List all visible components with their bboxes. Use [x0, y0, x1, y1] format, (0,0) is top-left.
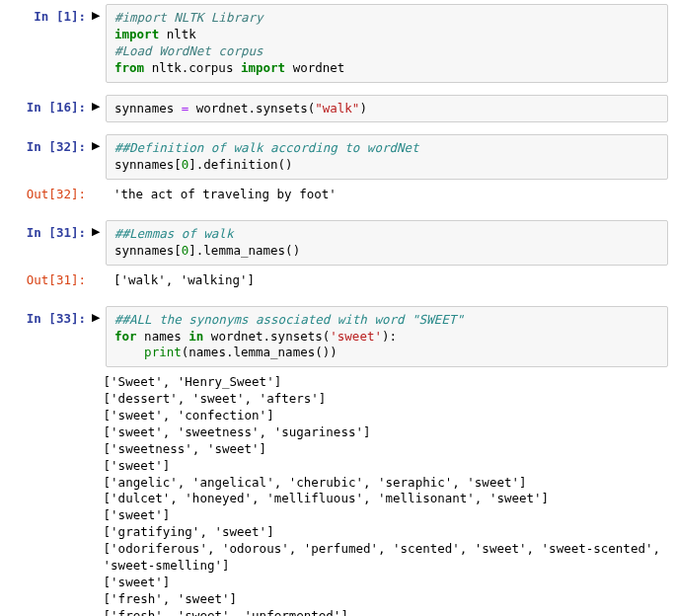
- input-prompt: In [32]:: [8, 134, 92, 156]
- run-icon[interactable]: ▶: [92, 95, 106, 112]
- code-cell: In [1]: ▶ #import NLTK Library import nl…: [8, 4, 668, 83]
- run-icon[interactable]: ▶: [92, 220, 106, 237]
- cell-stream-output: ['Sweet', 'Henry_Sweet'] ['dessert', 'sw…: [96, 369, 668, 616]
- code-input[interactable]: ##Lemmas of walk synnames[0].lemma_names…: [106, 220, 668, 266]
- code-input[interactable]: ##Definition of walk according to wordNe…: [106, 134, 668, 180]
- cell-output: 'the act of traveling by foot': [106, 182, 668, 208]
- run-icon[interactable]: ▶: [92, 4, 106, 21]
- output-spacer: [92, 268, 106, 273]
- code-cell: In [33]: ▶ ##ALL the synonyms associated…: [8, 306, 668, 368]
- run-icon[interactable]: ▶: [92, 306, 106, 323]
- cell-output: ['walk', 'walking']: [106, 268, 668, 294]
- code-input[interactable]: synnames = wordnet.synsets("walk"): [106, 95, 668, 123]
- output-prompt-empty: [8, 369, 92, 374]
- output-prompt: Out[32]:: [8, 182, 92, 203]
- output-cell: ['Sweet', 'Henry_Sweet'] ['dessert', 'sw…: [8, 369, 668, 616]
- code-cell: In [16]: ▶ synnames = wordnet.synsets("w…: [8, 95, 668, 123]
- run-icon[interactable]: ▶: [92, 134, 106, 151]
- output-cell: Out[31]: ['walk', 'walking']: [8, 268, 668, 294]
- code-cell: In [32]: ▶ ##Definition of walk accordin…: [8, 134, 668, 180]
- output-spacer: [92, 182, 106, 188]
- output-cell: Out[32]: 'the act of traveling by foot': [8, 182, 668, 208]
- input-prompt: In [16]:: [8, 95, 92, 116]
- input-prompt: In [31]:: [8, 220, 92, 242]
- output-prompt: Out[31]:: [8, 268, 92, 289]
- input-prompt: In [1]:: [8, 4, 92, 26]
- input-prompt: In [33]:: [8, 306, 92, 328]
- code-input[interactable]: #import NLTK Library import nltk #Load W…: [106, 4, 668, 83]
- code-cell: In [31]: ▶ ##Lemmas of walk synnames[0].…: [8, 220, 668, 266]
- code-input[interactable]: ##ALL the synonyms associated with word …: [106, 306, 668, 368]
